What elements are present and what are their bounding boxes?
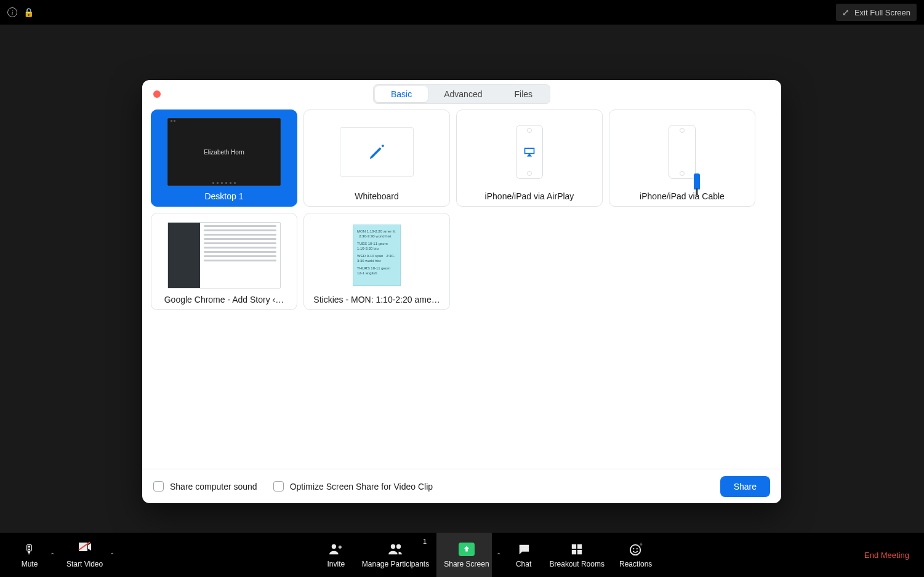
encryption-lock-icon[interactable]: 🔒	[23, 7, 34, 17]
share-source-label: Whiteboard	[309, 188, 444, 201]
exit-full-screen-label: Exit Full Screen	[854, 8, 910, 17]
svg-point-2	[636, 548, 637, 549]
share-source-cable[interactable]: iPhone/iPad via Cable	[609, 109, 755, 207]
info-icon[interactable]: i	[7, 7, 17, 17]
video-off-icon	[78, 541, 92, 557]
cable-thumbnail	[614, 116, 750, 188]
share-source-chrome-window[interactable]: Google Chrome - Add Story ‹…	[151, 213, 297, 310]
end-meeting-button[interactable]: End Meeting	[858, 533, 915, 577]
tab-basic[interactable]: Basic	[375, 86, 428, 102]
chat-button[interactable]: Chat	[505, 533, 542, 577]
stickies-window-thumbnail: MON 1:10-2:20 amer lit 2:30-3:30 world h…	[309, 220, 444, 291]
share-source-grid: Elizabeth Horn Desktop 1 Whiteboard	[151, 109, 773, 310]
dialog-body: Elizabeth Horn Desktop 1 Whiteboard	[142, 108, 781, 469]
share-source-airplay[interactable]: iPhone/iPad via AirPlay	[456, 109, 603, 207]
pencil-icon	[368, 143, 386, 161]
mute-button[interactable]: 🎙 Mute	[9, 533, 46, 577]
checkbox-box	[153, 481, 164, 491]
titlebar-left: i 🔒	[7, 7, 34, 17]
reactions-button[interactable]: + Reactions	[612, 533, 659, 577]
checkbox-box	[273, 481, 284, 491]
share-source-label: iPhone/iPad via AirPlay	[462, 188, 597, 201]
airplay-icon	[523, 146, 536, 157]
manage-participants-button[interactable]: 1 Manage Participants	[355, 533, 436, 577]
whiteboard-thumbnail	[309, 116, 444, 188]
dialog-footer: Share computer sound Optimize Screen Sha…	[142, 469, 781, 503]
tab-files[interactable]: Files	[498, 86, 548, 102]
share-tabs: Basic Advanced Files	[373, 84, 550, 104]
chrome-window-thumbnail	[156, 220, 292, 291]
breakout-rooms-button[interactable]: Breakout Rooms	[542, 533, 612, 577]
tab-advanced[interactable]: Advanced	[428, 86, 498, 102]
checkbox-label: Optimize Screen Share for Video Clip	[290, 482, 433, 491]
share-options-caret[interactable]: ⌃	[492, 533, 505, 577]
svg-text:+: +	[639, 543, 642, 547]
share-screen-dialog: Basic Advanced Files Elizabeth Horn Desk…	[142, 80, 781, 503]
start-video-button[interactable]: Start Video	[59, 533, 105, 577]
airplay-thumbnail	[462, 116, 597, 188]
share-source-label: Stickies - MON: 1:10-2:20 ame…	[309, 291, 444, 304]
share-source-label: Google Chrome - Add Story ‹…	[156, 291, 292, 304]
participants-icon	[388, 541, 404, 557]
cable-connector-icon	[694, 173, 700, 189]
share-source-label: iPhone/iPad via Cable	[614, 188, 750, 201]
share-source-desktop-1[interactable]: Elizabeth Horn Desktop 1	[151, 109, 297, 207]
audio-options-caret[interactable]: ⌃	[46, 533, 59, 577]
checkbox-share-sound[interactable]: Share computer sound	[153, 481, 257, 491]
checkbox-optimize-video[interactable]: Optimize Screen Share for Video Clip	[273, 481, 433, 491]
share-screen-button[interactable]: Share Screen	[436, 533, 491, 577]
invite-icon	[329, 541, 343, 557]
share-button[interactable]: Share	[720, 476, 770, 497]
microphone-icon: 🎙	[23, 541, 36, 557]
exit-full-screen-button[interactable]: ⤢ Exit Full Screen	[836, 4, 917, 21]
meeting-toolbar: 🎙 Mute ⌃ Start Video ⌃ Invite 1 Manage P…	[0, 533, 924, 577]
dialog-header: Basic Advanced Files	[142, 80, 781, 108]
share-screen-icon	[459, 541, 475, 557]
collapse-icon: ⤢	[842, 7, 850, 17]
share-source-whiteboard[interactable]: Whiteboard	[303, 109, 450, 207]
invite-button[interactable]: Invite	[318, 533, 355, 577]
desktop-participant-name: Elizabeth Horn	[204, 149, 244, 156]
svg-point-1	[633, 548, 634, 549]
checkbox-label: Share computer sound	[170, 482, 257, 491]
desktop-1-thumbnail: Elizabeth Horn	[156, 116, 292, 188]
reactions-icon: +	[629, 541, 643, 557]
titlebar: i 🔒 ⤢ Exit Full Screen	[0, 0, 924, 25]
share-source-label: Desktop 1	[156, 188, 292, 201]
video-options-caret[interactable]: ⌃	[105, 533, 119, 577]
chat-icon	[517, 541, 531, 557]
close-button[interactable]	[153, 90, 161, 98]
breakout-rooms-icon	[571, 541, 583, 557]
share-source-stickies-window[interactable]: MON 1:10-2:20 amer lit 2:30-3:30 world h…	[303, 213, 450, 310]
participant-count: 1	[423, 538, 427, 545]
